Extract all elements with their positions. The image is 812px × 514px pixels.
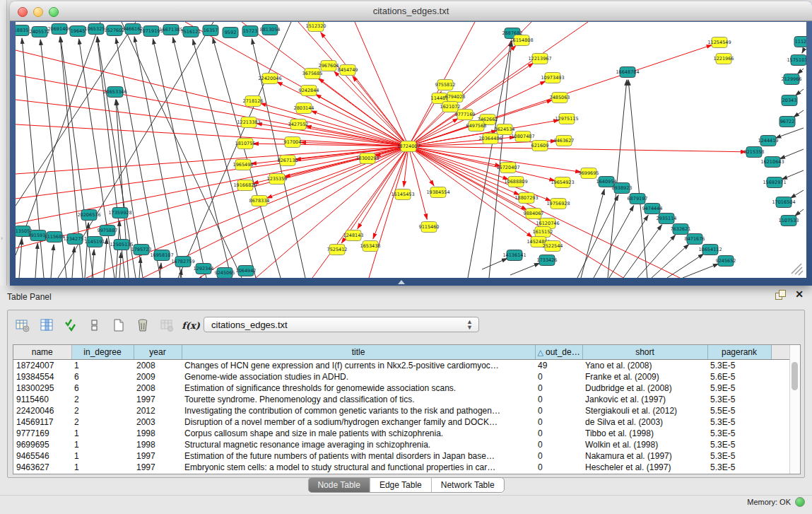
graph-node[interactable]: 20691406 xyxy=(47,24,71,35)
graph-edge[interactable] xyxy=(408,146,427,219)
graph-node[interactable]: 7485063 xyxy=(550,93,570,103)
row-height-icon[interactable] xyxy=(86,316,104,334)
graph-node[interactable]: 96722 xyxy=(779,117,795,127)
graph-node[interactable]: 1145191 xyxy=(85,237,105,247)
graph-node[interactable]: 9755812 xyxy=(435,80,456,90)
graph-edge[interactable] xyxy=(16,146,408,199)
graph-node[interactable]: 3427552 xyxy=(288,119,309,130)
graph-node[interactable]: 9474444 xyxy=(642,204,663,214)
graph-node[interactable]: 9245652 xyxy=(716,256,736,267)
graph-edge[interactable] xyxy=(790,190,804,198)
graph-node[interactable]: 20343 xyxy=(782,95,797,106)
graph-node[interactable]: 17359928 xyxy=(108,208,131,218)
graph-edge[interactable] xyxy=(652,244,689,278)
graph-node[interactable]: 2967604 xyxy=(319,61,339,71)
graph-edge[interactable] xyxy=(16,146,408,223)
graph-node[interactable]: 9245065 xyxy=(215,268,235,279)
graph-node[interactable]: 1244419 xyxy=(758,136,779,146)
function-builder-icon[interactable]: f(x) xyxy=(182,316,200,334)
graph-edge[interactable] xyxy=(782,170,804,180)
graph-edge[interactable] xyxy=(16,22,136,206)
graph-node[interactable]: 1810755 xyxy=(235,139,256,149)
graph-edge[interactable] xyxy=(489,41,512,278)
graph-edge[interactable] xyxy=(796,89,804,95)
graph-node[interactable]: 15751074 xyxy=(787,55,806,66)
graph-node[interactable]: 1107533 xyxy=(779,216,799,226)
float-panel-icon[interactable] xyxy=(775,290,787,300)
graph-node[interactable]: 10654112 xyxy=(698,245,722,255)
select-columns-icon[interactable] xyxy=(61,316,80,334)
graph-node[interactable]: 19654923 xyxy=(551,177,574,188)
table-settings-icon[interactable] xyxy=(13,316,32,334)
graph-node[interactable]: 2405572 xyxy=(30,27,50,37)
graph-node[interactable]: 2129966 xyxy=(782,74,802,85)
graph-node[interactable]: 17016504 xyxy=(772,197,795,208)
scrollbar-thumb[interactable] xyxy=(792,362,798,390)
graph-edge[interactable] xyxy=(153,39,206,278)
graph-node[interactable]: 1653438 xyxy=(360,241,381,252)
graph-node[interactable]: 1512320 xyxy=(306,22,326,32)
graph-edge[interactable] xyxy=(802,50,804,53)
graph-edge[interactable] xyxy=(122,22,242,278)
table-row[interactable]: 1456911722003Disruption of a novel membe… xyxy=(13,416,790,428)
graph-edge[interactable] xyxy=(119,252,121,278)
graph-node[interactable]: 19756928 xyxy=(546,199,570,209)
graph-node[interactable]: 2522544 xyxy=(543,241,563,252)
graph-node[interactable]: 9699695 xyxy=(579,168,599,179)
graph-node[interactable]: 12213967 xyxy=(528,54,551,64)
graph-node[interactable]: 1527602 xyxy=(105,25,125,36)
graph-node[interactable]: 8215358 xyxy=(744,147,765,158)
table-row[interactable]: 946554611997Estimation of the future num… xyxy=(13,450,790,462)
graph-node[interactable]: 1733426 xyxy=(537,255,558,266)
graph-node[interactable]: 1221966 xyxy=(714,54,734,64)
graph-node[interactable]: 2718126 xyxy=(243,96,264,107)
graph-node[interactable]: 9884067 xyxy=(524,209,544,219)
graph-node[interactable]: 10807487 xyxy=(511,132,534,142)
graph-edge[interactable] xyxy=(369,146,408,278)
graph-node[interactable]: 19645 xyxy=(70,26,86,37)
graph-node[interactable]: 8678334 xyxy=(249,196,270,206)
graph-edge[interactable] xyxy=(355,22,408,146)
tab-edge-table[interactable]: Edge Table xyxy=(370,478,432,492)
graph-node[interactable]: 7632621 xyxy=(671,224,691,235)
graph-node[interactable]: 9777169 xyxy=(455,110,476,120)
graph-node[interactable]: 15723 xyxy=(242,26,258,37)
close-panel-icon[interactable]: ✕ xyxy=(795,288,804,300)
graph-node[interactable]: 20206536 xyxy=(77,210,100,221)
graph-node[interactable]: 2803144 xyxy=(294,103,314,114)
table-row[interactable]: 1830029562008Estimation of significance … xyxy=(13,382,790,394)
graph-edge[interactable] xyxy=(160,263,161,278)
graph-node[interactable]: 1795723 xyxy=(131,245,152,255)
graph-edge[interactable] xyxy=(797,69,804,74)
graph-node[interactable]: 8454749 xyxy=(338,65,358,76)
graph-edge[interactable] xyxy=(779,149,804,159)
graph-node[interactable]: 16782759 xyxy=(171,257,194,267)
column-header-name[interactable]: name xyxy=(13,345,71,360)
tab-node-table[interactable]: Node Table xyxy=(308,478,370,492)
table-row[interactable]: 911546021997Tourette syndrome. Phenomeno… xyxy=(13,394,790,405)
graph-node[interactable]: 1115689 xyxy=(45,232,65,243)
graph-edge[interactable] xyxy=(199,146,408,278)
graph-node[interactable]: 1235359 xyxy=(267,174,288,185)
graph-node[interactable]: 8813054 xyxy=(260,25,281,35)
show-columns-icon[interactable] xyxy=(37,316,56,334)
graph-node[interactable]: 1064942 xyxy=(236,266,257,276)
graph-node[interactable]: 621609 xyxy=(531,141,549,151)
graph-edge[interactable] xyxy=(683,264,719,278)
delete-table-icon[interactable] xyxy=(134,316,152,334)
graph-edge[interactable] xyxy=(468,41,511,278)
graph-node[interactable]: 7525412 xyxy=(327,245,348,255)
graph-edge[interactable] xyxy=(35,243,37,278)
zoom-window-button[interactable] xyxy=(49,7,59,17)
table-row[interactable]: 977716911998Corpus callosum shape and si… xyxy=(13,428,790,439)
graph-edge[interactable] xyxy=(623,225,662,278)
graph-node[interactable]: 10688809 xyxy=(504,177,527,187)
tab-network-table[interactable]: Network Table xyxy=(432,478,504,492)
split-pane-handle[interactable] xyxy=(398,280,405,284)
graph-edge[interactable] xyxy=(178,22,291,278)
graph-node[interactable]: 1965498 xyxy=(233,160,254,170)
graph-node[interactable]: 15145453 xyxy=(391,189,414,200)
column-header-out-de-[interactable]: △out_de… xyxy=(535,345,582,360)
graph-edge[interactable] xyxy=(482,258,507,269)
graph-edge[interactable] xyxy=(795,209,804,216)
